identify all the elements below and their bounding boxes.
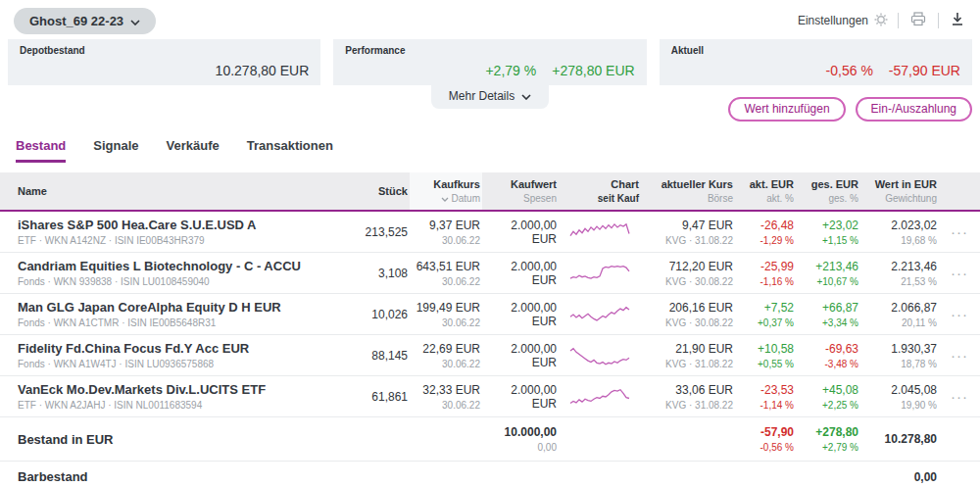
kaufkurs-cell: 199,49 EUR 30.06.22 [410, 295, 482, 334]
kaufwert-cell: 2.000,00 EUR [482, 254, 559, 293]
portfolio-page: Ghost_69 22-23 Einstellungen [0, 0, 980, 487]
kaufkurs-cell: 22,69 EUR 30.06.22 [410, 336, 482, 375]
akt-eur-cell: -23,53 -1,14 % [735, 377, 796, 416]
table-row: iShares S&P 500 Hea.Care S.U.E.USD A ETF… [0, 212, 980, 253]
col-aktueller-kurs[interactable]: aktueller Kurs Börse [641, 172, 735, 210]
col-ges-eur[interactable]: ges. EUR ges. % [796, 172, 860, 210]
summary-bestand-row: Bestand in EUR 10.000,00 0,00 -57,90 -0,… [0, 417, 980, 462]
card-depotbestand: Depotbestand 10.278,80 EUR [8, 39, 320, 85]
asset-name-link[interactable]: VanEck Mo.Dev.Markets Div.L.UCITS ETF [18, 382, 345, 397]
table-row: Fidelity Fd.China Focus Fd.Y Acc EUR Fon… [0, 335, 980, 376]
akt-eur-cell: +10,58 +0,55 % [735, 336, 796, 375]
asset-cell: Man GLG Japan CoreAlpha Equity D H EUR F… [16, 294, 347, 334]
wert-cell: 2.066,87 20,11 % [860, 295, 939, 334]
row-menu-button[interactable]: ··· [939, 347, 968, 364]
summary-wert: 10.278,80 [862, 432, 937, 446]
stueck-cell: 10,026 [347, 302, 410, 327]
details-band: Mehr Details Wert hinzufügen Ein-/Auszah… [0, 85, 980, 126]
asset-name-link[interactable]: iShares S&P 500 Hea.Care S.U.E.USD A [18, 218, 345, 232]
top-bar-actions: Einstellungen [798, 12, 966, 29]
sparkline-chart[interactable] [559, 254, 641, 293]
card-performance-value: +278,80 EUR [552, 63, 634, 78]
table-header: Name Stück Kaufkurs Datum Kaufwert Spese… [0, 172, 980, 212]
stueck-cell: 213,525 [347, 219, 410, 245]
row-menu-button[interactable]: ··· [939, 306, 968, 322]
card-depotbestand-label: Depotbestand [20, 45, 309, 56]
kaufwert-cell: 2.000,00 EUR [482, 336, 559, 375]
action-buttons: Wert hinzufügen Ein-/Auszahlung [549, 85, 972, 122]
card-aktuell-label: Aktuell [671, 45, 960, 56]
asset-meta: Fonds · WKN A1CTMR · ISIN IE00B5648R31 [18, 317, 345, 328]
ges-eur-cell: +213,46 +10,67 % [796, 254, 860, 293]
col-kaufkurs[interactable]: Kaufkurs Datum [410, 172, 482, 210]
wert-cell: 2.023,02 19,68 % [860, 213, 939, 252]
summary-bestand-label: Bestand in EUR [18, 432, 345, 447]
asset-cell: iShares S&P 500 Hea.Care S.U.E.USD A ETF… [16, 212, 347, 252]
asset-name-link[interactable]: Man GLG Japan CoreAlpha Equity D H EUR [18, 300, 345, 315]
table-body: iShares S&P 500 Hea.Care S.U.E.USD A ETF… [0, 212, 980, 417]
row-menu-button[interactable]: ··· [939, 223, 968, 240]
card-depotbestand-value: 10.278,80 EUR [216, 63, 310, 78]
kaufwert-cell: 2.000,00 EUR [482, 377, 559, 416]
add-value-button[interactable]: Wert hinzufügen [728, 97, 845, 122]
kurs-cell: 712,20 EUR KVG · 30.08.22 [641, 254, 735, 293]
wert-cell: 1.930,37 18,78 % [860, 336, 939, 375]
more-details-button[interactable]: Mehr Details [431, 85, 549, 109]
akt-eur-cell: -26,48 -1,29 % [735, 213, 796, 252]
kurs-cell: 206,16 EUR KVG · 30.08.22 [641, 295, 735, 334]
card-performance: Performance +2,79 % +278,80 EUR [333, 39, 646, 85]
summary-ges-eur: +278,80 [798, 425, 858, 439]
akt-eur-cell: +7,52 +0,37 % [735, 295, 796, 334]
kurs-cell: 21,90 EUR KVG · 31.08.22 [641, 336, 735, 375]
asset-name-link[interactable]: Fidelity Fd.China Focus Fd.Y Acc EUR [18, 341, 345, 356]
asset-cell: VanEck Mo.Dev.Markets Div.L.UCITS ETF ET… [16, 376, 347, 416]
chevron-down-icon [130, 14, 140, 28]
download-button[interactable] [949, 12, 966, 29]
card-performance-percent: +2,79 % [485, 63, 536, 78]
sparkline-chart[interactable] [559, 295, 641, 334]
asset-meta: ETF · WKN A142NZ · ISIN IE00B43HR379 [18, 235, 345, 246]
wert-cell: 2.213,46 21,53 % [860, 254, 939, 293]
printer-icon [910, 12, 926, 29]
summary-ges-pct: +2,79 % [798, 442, 858, 453]
table-row: Candriam Equities L Biotechnology - C - … [0, 253, 980, 294]
table-row: Man GLG Japan CoreAlpha Equity D H EUR F… [0, 294, 980, 335]
divider [898, 13, 899, 28]
payment-button[interactable]: Ein-/Auszahlung [856, 97, 972, 122]
kaufwert-cell: 2.000,00 EUR [482, 295, 559, 334]
asset-name-link[interactable]: Candriam Equities L Biotechnology - C - … [18, 259, 345, 273]
sparkline-chart[interactable] [559, 213, 641, 252]
kaufwert-cell: 2.000,00 EUR [482, 213, 559, 252]
asset-meta: ETF · WKN A2JAHJ · ISIN NL0011683594 [18, 400, 345, 411]
tab-bestand[interactable]: Bestand [16, 134, 66, 163]
col-wert[interactable]: Wert in EUR Gewichtung [860, 172, 939, 210]
portfolio-name: Ghost_69 22-23 [29, 14, 123, 28]
portfolio-selector[interactable]: Ghost_69 22-23 [14, 8, 156, 34]
stueck-cell: 3,108 [347, 261, 410, 286]
tab-verkaeufe[interactable]: Verkäufe [167, 134, 220, 163]
table-row: VanEck Mo.Dev.Markets Div.L.UCITS ETF ET… [0, 376, 980, 417]
col-akt-eur[interactable]: akt. EUR akt. % [735, 172, 796, 210]
summary-cards: Depotbestand 10.278,80 EUR Performance +… [0, 39, 980, 85]
sort-desc-icon [441, 193, 449, 204]
col-name[interactable]: Name [16, 179, 347, 203]
settings-button[interactable]: Einstellungen [798, 13, 888, 29]
ges-eur-cell: +66,87 +3,34 % [796, 295, 860, 334]
col-kaufwert[interactable]: Kaufwert Spesen [482, 172, 559, 210]
print-button[interactable] [908, 12, 928, 29]
tab-signale[interactable]: Signale [93, 134, 138, 163]
tab-transaktionen[interactable]: Transaktionen [247, 134, 333, 163]
row-menu-button[interactable]: ··· [939, 388, 968, 405]
row-menu-button[interactable]: ··· [939, 265, 968, 281]
kaufkurs-cell: 9,37 EUR 30.06.22 [410, 213, 482, 252]
summary-spesen: 0,00 [484, 442, 557, 453]
asset-meta: Fonds · WKN 939838 · ISIN LU0108459040 [18, 276, 345, 287]
sparkline-chart[interactable] [559, 336, 641, 375]
col-stueck[interactable]: Stück [347, 179, 410, 203]
kaufkurs-cell: 643,51 EUR 30.06.22 [410, 254, 482, 293]
settings-label: Einstellungen [798, 14, 868, 27]
barbestand-label: Barbestand [18, 469, 345, 484]
sparkline-chart[interactable] [559, 377, 641, 416]
col-chart[interactable]: Chart seit Kauf [559, 172, 641, 210]
divider [938, 13, 939, 28]
